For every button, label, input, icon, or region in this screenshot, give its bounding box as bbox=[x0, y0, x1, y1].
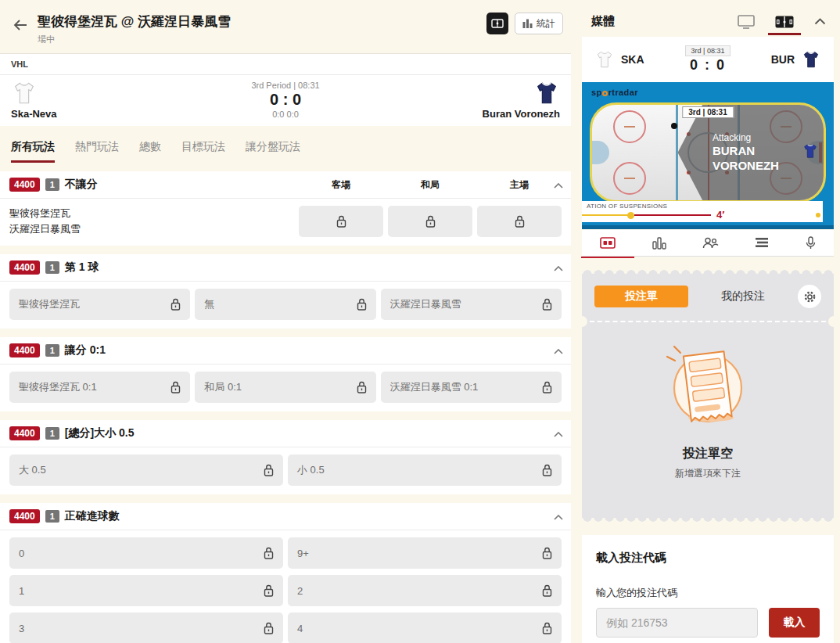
market-id-badge: 4400 bbox=[9, 260, 40, 275]
tracker-view-button[interactable] bbox=[775, 16, 794, 28]
odds-button[interactable]: 2 bbox=[288, 575, 562, 606]
mybets-tab[interactable]: 我的投注 bbox=[688, 289, 798, 304]
odds-button[interactable]: 聖彼得堡涅瓦 0:1 bbox=[9, 372, 190, 403]
lock-icon bbox=[357, 381, 367, 393]
odds-button[interactable]: 和局 0:1 bbox=[195, 372, 375, 403]
market-total: 4400 1 [總分]大小 0.5 大 0.5 小 0.5 bbox=[0, 420, 571, 494]
attacking-team-line2: VORONEZH bbox=[713, 159, 779, 174]
pitch-icon bbox=[775, 16, 794, 28]
mini-score-value: 0 : 0 bbox=[690, 57, 726, 74]
logo-dot bbox=[602, 91, 608, 96]
load-code-title: 載入投注代碼 bbox=[596, 551, 820, 566]
blue-line bbox=[676, 105, 678, 200]
odds-button[interactable]: 沃羅涅日暴風雪 0:1 bbox=[381, 372, 562, 403]
media-tab-bar bbox=[582, 230, 834, 257]
row-label-away: 沃羅涅日暴風雪 bbox=[9, 221, 299, 237]
lock-icon bbox=[264, 547, 274, 559]
market-id-badge: 4400 bbox=[9, 509, 40, 523]
lock-icon bbox=[542, 547, 552, 559]
collapse-chevron-icon[interactable] bbox=[554, 426, 563, 440]
tab-statistics[interactable] bbox=[644, 234, 674, 253]
odds-label: 聖彼得堡涅瓦 bbox=[19, 297, 80, 311]
tab-commentary[interactable] bbox=[798, 233, 824, 253]
odds-button-draw[interactable] bbox=[388, 206, 472, 237]
odds-button[interactable]: 聖彼得堡涅瓦 bbox=[9, 289, 190, 320]
scoreboard: Ska-Neva 3rd Period | 08:31 0 : 0 0:0 0:… bbox=[0, 75, 571, 126]
load-code-card: 載入投注代碼 輸入您的投注代碼 載入 bbox=[582, 535, 834, 643]
lock-icon bbox=[171, 298, 181, 311]
player-jersey-icon bbox=[802, 142, 819, 163]
collapse-chevron-icon[interactable] bbox=[554, 509, 563, 523]
lock-icon bbox=[425, 215, 436, 228]
market-id-badge: 4400 bbox=[9, 343, 40, 357]
chevron-up-icon bbox=[814, 18, 826, 25]
mini-home: SKA bbox=[594, 48, 669, 70]
back-button[interactable] bbox=[9, 14, 31, 36]
attacking-team-line1: BURAN bbox=[713, 144, 779, 159]
tab-goals[interactable]: 目標玩法 bbox=[181, 140, 225, 163]
odds-button[interactable]: 大 0.5 bbox=[9, 454, 283, 486]
odds-button-home[interactable] bbox=[477, 206, 562, 237]
hockey-rink: Attacking BURAN VORONEZH 3rd | 08:31 bbox=[590, 102, 826, 203]
odds-label: 4 bbox=[297, 623, 303, 634]
market-threeway: 4400 1 不讓分 客場 和局 主場 聖彼得堡涅瓦 沃羅涅日暴風雪 bbox=[0, 171, 571, 246]
tab-all-markets[interactable]: 所有玩法 bbox=[11, 140, 55, 163]
tracker-toggle-button[interactable] bbox=[486, 13, 508, 34]
media-title: 媒體 bbox=[591, 14, 738, 29]
odds-button[interactable]: 4 bbox=[288, 612, 562, 643]
suspension-label: ATION OF SUSPENSIONS bbox=[587, 203, 667, 210]
market-row-labels: 聖彼得堡涅瓦 沃羅涅日暴風雪 bbox=[9, 206, 299, 237]
odds-button[interactable]: 無 bbox=[195, 289, 375, 320]
market-count-badge: 1 bbox=[45, 344, 59, 357]
timeline-elapsed bbox=[582, 214, 630, 216]
lock-icon bbox=[357, 298, 367, 311]
rink-period-badge: 3rd | 08:31 bbox=[682, 106, 734, 118]
collapse-chevron-icon[interactable] bbox=[554, 178, 563, 192]
odds-button[interactable]: 1 bbox=[9, 575, 283, 606]
lock-icon bbox=[171, 381, 181, 393]
odds-button-away[interactable] bbox=[299, 206, 383, 237]
bet-code-input[interactable] bbox=[596, 608, 758, 638]
collapse-chevron-icon[interactable] bbox=[554, 260, 563, 275]
home-jersey-icon bbox=[594, 48, 615, 70]
mini-period-badge: 3rd | 08:31 bbox=[685, 45, 731, 56]
odds-button[interactable]: 0 bbox=[9, 537, 283, 569]
away-jersey-icon bbox=[533, 80, 560, 106]
bar-chart-icon bbox=[652, 237, 666, 250]
empty-ticket-illustration bbox=[656, 343, 759, 435]
odds-button[interactable]: 小 0.5 bbox=[288, 454, 562, 486]
stream-view-button[interactable] bbox=[738, 15, 755, 29]
tab-head-to-head[interactable] bbox=[695, 234, 727, 252]
tab-popular[interactable]: 熱門玩法 bbox=[75, 140, 119, 163]
odds-label: 無 bbox=[204, 297, 214, 311]
market-handicap: 4400 1 讓分 0:1 聖彼得堡涅瓦 0:1 和局 0:1 沃羅涅日暴風雪 … bbox=[0, 337, 571, 411]
load-code-row: 載入 bbox=[596, 608, 820, 638]
market-tabs: 所有玩法 熱門玩法 總數 目標玩法 讓分盤玩法 bbox=[0, 126, 571, 163]
stats-button[interactable]: 統計 bbox=[515, 13, 563, 34]
load-code-button[interactable]: 載入 bbox=[769, 608, 820, 638]
timeline-marker bbox=[627, 212, 634, 219]
odds-button[interactable]: 3 bbox=[9, 612, 283, 643]
score-value: 0 : 0 bbox=[270, 91, 301, 109]
market-body: 聖彼得堡涅瓦 沃羅涅日暴風雪 bbox=[0, 199, 571, 246]
match-tracker-icon bbox=[600, 237, 616, 249]
score-center: 3rd Period | 08:31 0 : 0 0:0 0:0 bbox=[136, 80, 435, 120]
market-body: 聖彼得堡涅瓦 無 沃羅涅日暴風雪 bbox=[0, 282, 571, 329]
tab-lineups[interactable] bbox=[747, 234, 777, 252]
collapse-chevron-icon[interactable] bbox=[554, 343, 563, 357]
home-jersey-icon bbox=[11, 80, 136, 106]
attack-text: Attacking BURAN VORONEZH bbox=[713, 132, 779, 174]
tab-match-tracker[interactable] bbox=[592, 234, 623, 252]
betslip-empty-title: 投注單空 bbox=[594, 446, 821, 462]
betslip-settings-button[interactable] bbox=[798, 285, 821, 308]
odds-button[interactable]: 沃羅涅日暴風雪 bbox=[381, 289, 562, 320]
betslip-tab-button[interactable]: 投注單 bbox=[594, 286, 688, 307]
tab-handicap[interactable]: 讓分盤玩法 bbox=[246, 140, 300, 163]
market-body: 0 9+ 1 2 bbox=[0, 530, 571, 643]
tab-totals[interactable]: 總數 bbox=[139, 140, 161, 163]
odds-button[interactable]: 9+ bbox=[288, 537, 562, 569]
market-id-badge: 4400 bbox=[9, 178, 40, 192]
attacking-label: Attacking bbox=[713, 132, 779, 144]
collapse-media-button[interactable] bbox=[814, 18, 826, 25]
market-id-badge: 4400 bbox=[9, 426, 40, 440]
